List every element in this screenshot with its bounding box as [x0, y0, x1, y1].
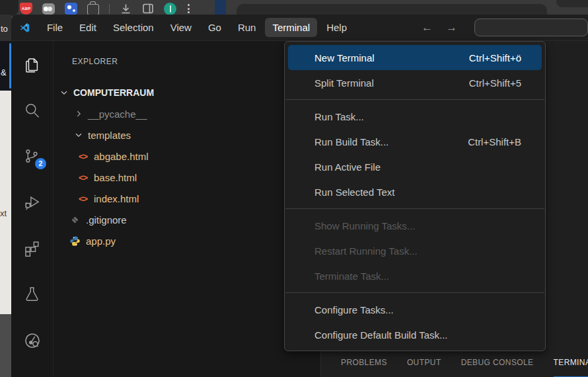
clipboard-outline-icon[interactable] — [87, 4, 99, 15]
profile-green-icon[interactable] — [164, 3, 176, 15]
toolbar-divider — [109, 4, 110, 14]
download-icon[interactable] — [120, 3, 132, 15]
menu-help[interactable]: Help — [319, 18, 354, 37]
command-center-search[interactable] — [474, 19, 588, 36]
tab-terminal[interactable]: TERMINAL — [554, 349, 588, 377]
menu-item-shortcut: Ctrl+Shift+B — [468, 136, 521, 147]
file-label: base.html — [94, 172, 137, 183]
chevron-down-icon — [73, 130, 84, 140]
explorer-panel-title: EXPLORER — [54, 41, 320, 67]
menu-item-label: Terminate Task... — [314, 271, 389, 282]
menu-item-label: Split Terminal — [314, 77, 374, 89]
menu-item-label: Run Active File — [314, 161, 381, 173]
title-bar: File Edit Selection View Go Run Terminal… — [11, 15, 588, 41]
menu-item-restart-running-task: Restart Running Task... — [288, 238, 542, 263]
folder-label: __pycache__ — [88, 108, 147, 120]
menu-separator — [285, 99, 544, 100]
sidebar-item-search[interactable] — [11, 101, 53, 147]
sidebar-item-run-debug[interactable] — [11, 193, 53, 239]
chevron-down-icon — [59, 87, 69, 98]
background-window-sliver: to & xt — [0, 15, 11, 377]
menu-view[interactable]: View — [163, 18, 199, 37]
terminal-dropdown-menu: New Terminal Ctrl+Shift+ö Split Terminal… — [284, 41, 546, 351]
menu-selection[interactable]: Selection — [106, 18, 161, 37]
menu-item-label: Restart Running Task... — [314, 245, 418, 257]
menu-separator — [285, 208, 544, 209]
background-fragment-bottom: xt — [0, 208, 7, 218]
photos-blue-icon[interactable] — [65, 3, 77, 15]
search-icon — [23, 101, 41, 119]
camera-circles-icon[interactable] — [42, 3, 55, 15]
commit-graph-icon — [23, 331, 42, 350]
reading-list-icon[interactable] — [142, 3, 154, 15]
python-file-icon — [69, 235, 81, 247]
menu-item-label: Show Running Tasks... — [314, 220, 415, 231]
background-fragment-top: to — [0, 15, 11, 41]
folder-label: templates — [88, 130, 131, 141]
menu-run[interactable]: Run — [231, 18, 264, 37]
explorer-icon — [23, 56, 41, 73]
menu-item-label: Configure Tasks... — [314, 304, 394, 315]
tree-item-index-html[interactable]: <> index.html — [54, 188, 320, 209]
sidebar-item-explorer[interactable] — [11, 56, 53, 101]
menu-item-run-build-task[interactable]: Run Build Task... Ctrl+Shift+B — [288, 129, 542, 154]
tree-item-templates[interactable]: templates — [54, 124, 320, 146]
menu-item-terminate-task: Terminate Task... — [288, 263, 542, 288]
menu-item-shortcut: Ctrl+Shift+5 — [469, 77, 521, 89]
file-tree: COMPUTERRAUM __pycache__ templates — [54, 82, 320, 251]
tab-output[interactable]: OUTPUT — [407, 349, 441, 377]
menu-item-run-active-file[interactable]: Run Active File — [288, 154, 542, 179]
forward-icon[interactable]: → — [446, 22, 457, 33]
tree-root-computerraum[interactable]: COMPUTERRAUM — [54, 82, 320, 103]
menu-item-run-selected-text[interactable]: Run Selected Text — [288, 179, 542, 204]
tree-item-base-html[interactable]: <> base.html — [54, 167, 320, 188]
root-folder-label: COMPUTERRAUM — [73, 87, 154, 98]
sidebar-item-commit-graph[interactable] — [11, 331, 53, 377]
menu-item-new-terminal[interactable]: New Terminal Ctrl+Shift+ö — [288, 45, 542, 70]
background-window-topleft — [0, 0, 18, 16]
menu-item-shortcut: Ctrl+Shift+ö — [469, 52, 521, 63]
file-label: index.html — [94, 193, 139, 204]
menu-item-show-running-tasks: Show Running Tasks... — [288, 213, 542, 238]
html-file-icon: <> — [77, 194, 89, 204]
background-window-corner — [556, 0, 588, 7]
background-gray-block — [0, 314, 11, 377]
tree-item-gitignore[interactable]: .gitignore — [54, 209, 320, 230]
overflow-menu-icon[interactable] — [186, 4, 191, 13]
panel-tab-bar: PROBLEMS OUTPUT DEBUG CONSOLE TERMINAL — [321, 349, 588, 377]
browser-toolbar: ABP — [0, 0, 588, 15]
explorer-sidebar: EXPLORER COMPUTERRAUM __pycache__ — [53, 41, 320, 377]
adblock-plus-icon[interactable]: ABP — [20, 3, 32, 15]
tree-item-abgabe-html[interactable]: <> abgabe.html — [54, 146, 320, 167]
menu-go[interactable]: Go — [201, 18, 229, 37]
file-label: app.py — [86, 235, 116, 247]
tree-item-pycache[interactable]: __pycache__ — [54, 103, 320, 124]
menu-item-label: Run Task... — [314, 111, 364, 122]
background-fragment-bottom-wrap: xt — [0, 91, 11, 314]
html-file-icon: <> — [77, 151, 89, 161]
menu-file[interactable]: File — [40, 18, 70, 37]
back-icon[interactable]: ← — [422, 22, 433, 33]
pinned-tab[interactable] — [215, 0, 226, 15]
screenshot-root: ABP to & xt — [0, 0, 588, 377]
menu-item-run-task[interactable]: Run Task... — [288, 104, 542, 129]
tab-debug-console[interactable]: DEBUG CONSOLE — [461, 349, 534, 377]
sidebar-item-extensions[interactable] — [11, 239, 53, 285]
menu-item-configure-tasks[interactable]: Configure Tasks... — [288, 297, 542, 322]
menu-edit[interactable]: Edit — [72, 18, 104, 37]
tab-problems[interactable]: PROBLEMS — [341, 349, 387, 377]
menu-separator — [285, 292, 544, 293]
menu-item-label: New Terminal — [314, 52, 375, 63]
sidebar-item-testing[interactable] — [11, 285, 53, 331]
vscode-logo-icon — [20, 19, 30, 36]
menu-terminal[interactable]: Terminal — [265, 18, 317, 37]
file-label: .gitignore — [86, 214, 127, 226]
source-control-badge: 2 — [35, 158, 46, 169]
vscode-window: File Edit Selection View Go Run Terminal… — [11, 15, 588, 377]
menu-item-configure-default-build-task[interactable]: Configure Default Build Task... — [288, 322, 542, 347]
tree-item-app-py[interactable]: app.py — [54, 230, 320, 251]
activity-bar: 2 — [11, 41, 53, 377]
html-file-icon: <> — [77, 173, 89, 183]
menu-item-split-terminal[interactable]: Split Terminal Ctrl+Shift+5 — [288, 70, 542, 95]
sidebar-item-source-control[interactable]: 2 — [11, 147, 53, 193]
